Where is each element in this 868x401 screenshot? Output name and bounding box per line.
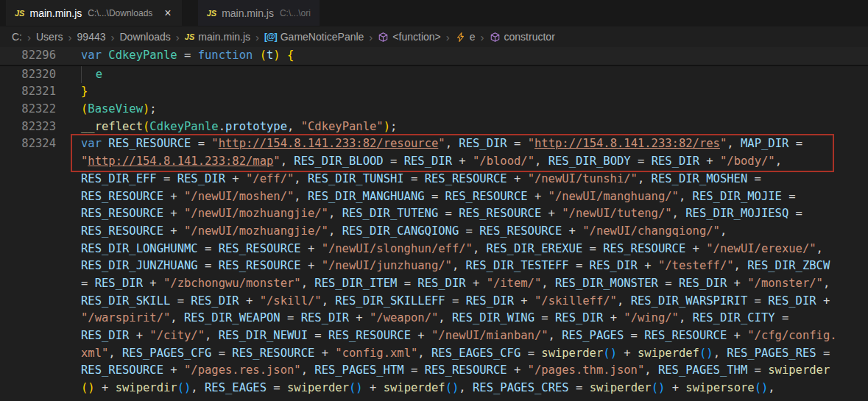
code-text: } <box>66 83 868 101</box>
breadcrumb-item[interactable]: e <box>455 31 476 43</box>
code-row[interactable]: RES_DIR_JUNZHUANG = RES_RESOURCE + "/new… <box>0 258 868 275</box>
code-row[interactable]: RES_DIR + "/city/", RES_DIR_NEWUI = RES_… <box>0 327 868 345</box>
code-text: xml", RES_PAGES_CFG = RES_RESOURCE + "co… <box>66 345 868 363</box>
code-row[interactable]: () + swiperdir(), RES_EAGES = swiperder(… <box>0 380 868 397</box>
line-number[interactable] <box>0 188 66 206</box>
breadcrumb-label: 99443 <box>77 31 106 43</box>
line-number[interactable] <box>0 205 66 223</box>
code-text: var CdkeyPanle = function (t) { <box>66 47 868 65</box>
chevron-right-icon: › <box>446 31 450 43</box>
breadcrumb-label: <function> <box>392 31 440 43</box>
code-row[interactable]: 82320 e <box>0 66 868 84</box>
js-file-icon: JS <box>15 9 24 18</box>
symbol-method-icon <box>378 32 389 43</box>
line-number[interactable] <box>0 241 66 258</box>
code-text: "/warspirit/", RES_DIR_WEAPON = RES_DIR … <box>66 310 868 327</box>
line-number[interactable] <box>0 380 66 397</box>
breadcrumb-item[interactable]: <function> <box>378 31 440 43</box>
breadcrumb-item[interactable]: C: <box>12 31 22 43</box>
breadcrumb-label: GameNoticePanle <box>280 31 364 43</box>
breadcrumb-label: Users <box>36 31 63 43</box>
code-text: RES_RESOURCE + "/newUI/moshen/", RES_DIR… <box>66 188 868 206</box>
chevron-right-icon: › <box>176 31 180 43</box>
breadcrumb-label: Downloads <box>120 31 171 43</box>
symbol-method-icon <box>490 32 501 43</box>
code-row[interactable]: RES_RESOURCE + "/newUI/mozhuangjie/", RE… <box>0 223 868 241</box>
code-row[interactable]: RES_RESOURCE + "/pages.res.json", RES_PA… <box>0 362 868 380</box>
chevron-right-icon: › <box>27 31 31 43</box>
breadcrumb-label: C: <box>12 31 22 43</box>
code-text: RES_RESOURCE + "/newUI/mozhuangjie/", RE… <box>66 205 868 223</box>
code-row[interactable]: = RES_DIR + "/zbchongwu/monster", RES_DI… <box>0 275 868 293</box>
code-row[interactable]: RES_DIR_EFF = RES_DIR + "/eff/", RES_DIR… <box>0 171 868 188</box>
code-row[interactable]: "http://154.8.141.233:82/map", RES_DIR_B… <box>0 153 868 171</box>
code-text: RES_DIR_JUNZHUANG = RES_RESOURCE + "/new… <box>66 258 868 275</box>
code-text: RES_DIR_SKILL = RES_DIR + "/skill/", RES… <box>66 293 868 310</box>
breadcrumb-label: main.min.js <box>198 31 250 43</box>
tab-bar: JS main.min.js C:\...\Downloads × JS mai… <box>0 0 868 26</box>
code-row[interactable]: 82324var RES_RESOURCE = "http://154.8.14… <box>0 135 868 153</box>
breadcrumb-item[interactable]: [@]GameNoticePanle <box>264 31 364 43</box>
line-number[interactable]: 82296 <box>0 47 66 65</box>
js-file-icon: JS <box>207 9 216 18</box>
code-text: RES_DIR_LONGHUNMC = RES_RESOURCE + "/new… <box>66 241 868 258</box>
line-number[interactable] <box>0 293 66 310</box>
line-number[interactable] <box>0 153 66 171</box>
code-row[interactable]: RES_DIR_SKILL = RES_DIR + "/skill/", RES… <box>0 293 868 310</box>
code-text: RES_DIR_EFF = RES_DIR + "/eff/", RES_DIR… <box>66 171 868 188</box>
code-text: = RES_DIR + "/zbchongwu/monster", RES_DI… <box>66 275 868 293</box>
code-row[interactable]: 82321} <box>0 83 868 101</box>
code-row[interactable]: RES_RESOURCE + "/newUI/mozhuangjie/", RE… <box>0 205 868 223</box>
breadcrumb-item[interactable]: constructor <box>490 31 555 43</box>
tab-path-detail: C:\...\Downloads <box>88 8 152 18</box>
code-text: () + swiperdir(), RES_EAGES = swiperder(… <box>66 380 868 397</box>
code-text: "http://154.8.141.233:82/map", RES_DIR_B… <box>66 153 868 171</box>
line-number[interactable]: 82324 <box>0 135 66 153</box>
code-text: RES_RESOURCE + "/pages.res.json", RES_PA… <box>66 362 868 380</box>
code-row[interactable]: 82296var CdkeyPanle = function (t) { <box>0 47 868 66</box>
tab-label: main.min.js <box>222 7 274 19</box>
chevron-right-icon: › <box>68 31 72 43</box>
code-text: var RES_RESOURCE = "http://154.8.141.233… <box>66 135 868 153</box>
line-number[interactable] <box>0 345 66 363</box>
line-number[interactable] <box>0 275 66 293</box>
code-text: (BaseView); <box>66 101 868 118</box>
breadcrumb-item[interactable]: Users <box>36 31 63 43</box>
line-number[interactable]: 82320 <box>0 66 66 84</box>
line-number[interactable]: 82323 <box>0 118 66 136</box>
code-row[interactable]: 82322(BaseView); <box>0 101 868 118</box>
breadcrumb-item[interactable]: 99443 <box>77 31 106 43</box>
tab-main-min-js-ori[interactable]: JS main.min.js C:\...\ori <box>198 0 320 26</box>
symbol-object-icon: [@] <box>264 32 277 42</box>
code-row[interactable]: "/warspirit/", RES_DIR_WEAPON = RES_DIR … <box>0 310 868 327</box>
line-number[interactable]: 82321 <box>0 83 66 101</box>
line-number[interactable] <box>0 223 66 241</box>
line-number[interactable] <box>0 171 66 188</box>
line-number[interactable] <box>0 362 66 380</box>
breadcrumb-item[interactable]: Downloads <box>120 31 171 43</box>
breadcrumb-item[interactable]: JSmain.min.js <box>185 31 250 43</box>
code-row[interactable]: xml", RES_PAGES_CFG = RES_RESOURCE + "co… <box>0 345 868 363</box>
code-row[interactable]: 82323__reflect(CdkeyPanle.prototype, "Cd… <box>0 118 868 136</box>
line-number[interactable]: 82322 <box>0 101 66 118</box>
symbol-event-icon <box>455 32 466 43</box>
tab-main-min-js-downloads[interactable]: JS main.min.js C:\...\Downloads × <box>6 0 182 26</box>
line-number[interactable] <box>0 327 66 345</box>
js-file-icon: JS <box>185 32 194 41</box>
code-row[interactable]: RES_DIR_LONGHUNMC = RES_RESOURCE + "/new… <box>0 241 868 258</box>
chevron-right-icon: › <box>481 31 484 43</box>
chevron-right-icon: › <box>255 31 259 43</box>
code-row[interactable]: RES_RESOURCE + "/newUI/moshen/", RES_DIR… <box>0 188 868 206</box>
line-number[interactable] <box>0 258 66 275</box>
line-number[interactable] <box>0 310 66 327</box>
tab-path-detail: C:\...\ori <box>280 8 311 18</box>
breadcrumb-label: constructor <box>504 31 555 43</box>
code-text: RES_DIR + "/city/", RES_DIR_NEWUI = RES_… <box>66 327 868 345</box>
breadcrumb-label: e <box>470 31 476 43</box>
code-area[interactable]: 82296var CdkeyPanle = function (t) {8232… <box>0 47 868 397</box>
close-icon[interactable]: × <box>163 7 172 20</box>
code-text: __reflect(CdkeyPanle.prototype, "CdkeyPa… <box>66 118 868 136</box>
chevron-right-icon: › <box>111 31 115 43</box>
chevron-right-icon: › <box>369 31 373 43</box>
breadcrumb: C:›Users›99443›Downloads›JSmain.min.js›[… <box>0 26 868 47</box>
